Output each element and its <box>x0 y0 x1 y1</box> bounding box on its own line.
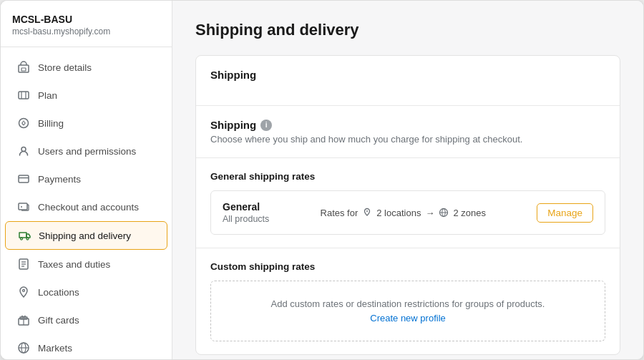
svg-point-6 <box>21 147 26 152</box>
sidebar-item-gift-cards[interactable]: Gift cards <box>5 306 167 334</box>
rates-for-info: Rates for 2 locations → 2 zones <box>321 208 486 218</box>
rates-left: General All products <box>223 201 269 224</box>
svg-point-28 <box>366 210 368 212</box>
svg-point-5 <box>19 119 29 128</box>
page-title: Shipping and delivery <box>195 21 620 39</box>
rate-sub: All products <box>223 214 269 224</box>
sidebar-item-label: Markets <box>38 343 156 354</box>
sidebar-item-label: Payments <box>38 174 156 185</box>
shipping-section-label: Shipping <box>210 69 605 81</box>
sidebar-item-label: Checkout and accounts <box>38 202 156 213</box>
svg-point-12 <box>26 238 29 240</box>
general-rates-section: General shipping rates General All produ… <box>196 158 620 248</box>
globe-icon <box>439 208 449 218</box>
shipping-section-label-row: Shipping <box>196 56 620 106</box>
store-name: MCSL-BASU <box>12 14 160 25</box>
sidebar-item-shipping-delivery[interactable]: Shipping and delivery <box>5 221 167 250</box>
sidebar-header: MCSL-BASU mcsl-basu.myshopify.com <box>1 1 172 47</box>
sidebar-item-payments[interactable]: Payments <box>5 165 167 193</box>
svg-rect-7 <box>19 175 29 183</box>
shipping-description: Choose where you ship and how much you c… <box>210 134 605 145</box>
shipping-info-section: Shipping i Choose where you ship and how… <box>196 106 620 158</box>
rates-for-label: Rates for <box>321 208 358 218</box>
sidebar: MCSL-BASU mcsl-basu.myshopify.com Store … <box>1 1 172 359</box>
rate-name: General <box>223 201 269 213</box>
manage-button[interactable]: Manage <box>537 203 593 223</box>
sidebar-item-label: Locations <box>38 287 156 298</box>
shipping-card: Shipping Shipping i Choose where you shi… <box>195 55 620 355</box>
sidebar-item-label: Shipping and delivery <box>39 230 155 241</box>
sidebar-item-label: Billing <box>38 118 156 129</box>
locations-text: 2 locations <box>376 208 421 218</box>
sidebar-item-checkout-accounts[interactable]: Checkout and accounts <box>5 193 167 220</box>
svg-point-11 <box>21 238 23 240</box>
shipping-card-title: Shipping <box>210 119 256 131</box>
sidebar-item-label: Users and permissions <box>38 146 156 157</box>
sidebar-nav: Store details Plan <box>1 47 172 359</box>
create-new-profile-link[interactable]: Create new profile <box>370 313 446 323</box>
payments-icon <box>16 172 31 186</box>
sidebar-item-store-details[interactable]: Store details <box>5 54 167 81</box>
info-icon[interactable]: i <box>260 120 272 131</box>
shipping-header: Shipping i <box>210 119 605 131</box>
users-icon <box>16 144 31 158</box>
svg-point-17 <box>23 290 25 292</box>
plan-icon <box>16 88 31 102</box>
locations-icon <box>16 285 31 299</box>
store-url: mcsl-basu.myshopify.com <box>12 26 160 37</box>
svg-rect-2 <box>19 92 29 99</box>
shipping-icon <box>17 228 31 243</box>
billing-icon <box>16 116 31 130</box>
sidebar-item-label: Gift cards <box>38 315 156 326</box>
sidebar-item-users-permissions[interactable]: Users and permissions <box>5 137 167 165</box>
sidebar-item-label: Plan <box>38 90 156 101</box>
sidebar-item-label: Taxes and duties <box>38 259 156 270</box>
sidebar-item-plan[interactable]: Plan <box>5 82 167 109</box>
store-icon <box>16 60 31 74</box>
svg-rect-1 <box>21 68 26 71</box>
custom-rates-box: Add custom rates or destination restrict… <box>210 281 605 341</box>
custom-rates-desc: Add custom rates or destination restrict… <box>225 298 590 309</box>
sidebar-item-billing[interactable]: Billing <box>5 110 167 137</box>
taxes-icon <box>16 257 31 271</box>
zones-text: 2 zones <box>453 208 486 218</box>
sidebar-item-taxes-duties[interactable]: Taxes and duties <box>5 250 167 278</box>
svg-rect-9 <box>19 203 27 210</box>
checkout-icon <box>16 200 31 214</box>
markets-icon <box>16 341 31 355</box>
sidebar-item-label: Store details <box>38 62 156 73</box>
custom-rates-section: Custom shipping rates Add custom rates o… <box>196 248 620 354</box>
gift-icon <box>16 313 31 327</box>
general-rates-title: General shipping rates <box>210 171 605 182</box>
app-frame: MCSL-BASU mcsl-basu.myshopify.com Store … <box>0 0 644 360</box>
svg-point-10 <box>21 206 22 208</box>
sidebar-item-markets[interactable]: Markets <box>5 334 167 359</box>
main-content: Shipping and delivery Shipping Shipping … <box>172 1 643 359</box>
sidebar-item-locations[interactable]: Locations <box>5 278 167 306</box>
rates-box: General All products Rates for 2 locatio… <box>210 190 605 235</box>
location-pin-icon <box>362 208 372 218</box>
custom-rates-title: Custom shipping rates <box>210 261 605 272</box>
arrow: → <box>425 208 434 218</box>
